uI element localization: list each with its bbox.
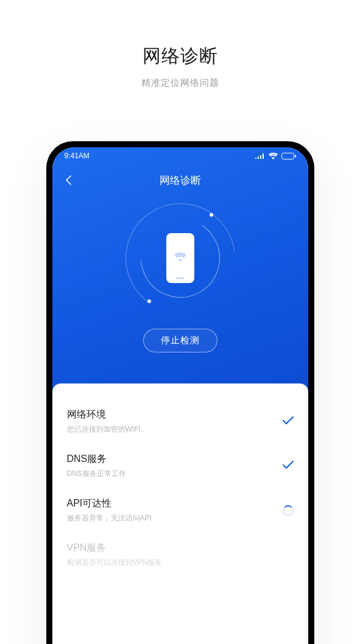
wifi-device-icon [174, 253, 186, 264]
spinner-icon [283, 505, 294, 516]
result-desc: 服务器异常，无法访问API [67, 513, 283, 523]
result-desc: DNS服务正常工作 [67, 469, 283, 479]
check-icon [283, 461, 294, 472]
battery-icon [281, 153, 296, 159]
result-title: 网络环境 [67, 408, 283, 421]
result-title: DNS服务 [67, 453, 283, 466]
app-title: 网络诊断 [160, 173, 201, 187]
chevron-left-icon [65, 175, 71, 185]
promo-header: 网络诊断 精准定位网络问题 [0, 0, 360, 89]
status-bar: 9:41AM [52, 147, 308, 164]
result-row-api: API可达性 服务器异常，无法访问API [67, 488, 294, 533]
check-icon [283, 416, 294, 427]
result-desc: 您已连接到加密的WIFI。 [67, 424, 283, 435]
result-row-network-env: 网络环境 您已连接到加密的WIFI。 [67, 399, 294, 444]
results-card: 网络环境 您已连接到加密的WIFI。 DNS服务 DNS服务正常工作 API [52, 383, 308, 644]
phone-screen: 9:41AM 网络诊断 [52, 147, 308, 644]
scan-animation [125, 203, 235, 313]
app-bar: 网络诊断 [52, 167, 308, 194]
phone-frame: 9:41AM 网络诊断 [46, 141, 314, 644]
result-title: API可达性 [67, 497, 283, 510]
result-row-vpn: VPN服务 检测是否可以连接到VPN服务 [67, 533, 294, 577]
hero-section: 网络诊断 停止检测 [52, 147, 308, 391]
status-time: 9:41AM [65, 152, 90, 160]
signal-icon [255, 153, 265, 159]
promo-subtitle: 精准定位网络问题 [0, 77, 360, 89]
wifi-icon [269, 153, 278, 159]
promo-title: 网络诊断 [0, 44, 360, 69]
result-row-dns: DNS服务 DNS服务正常工作 [67, 444, 294, 488]
stop-detection-button[interactable]: 停止检测 [143, 329, 217, 352]
result-title: VPN服务 [67, 542, 294, 555]
phone-device-icon [166, 233, 194, 283]
result-desc: 检测是否可以连接到VPN服务 [67, 558, 294, 568]
svg-rect-0 [281, 153, 294, 159]
svg-rect-1 [295, 155, 296, 157]
back-button[interactable] [61, 173, 76, 187]
